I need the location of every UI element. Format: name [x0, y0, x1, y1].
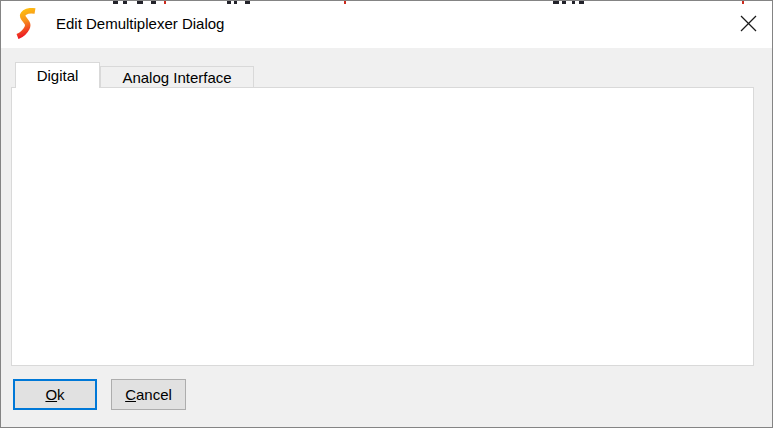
app-logo-icon — [13, 8, 39, 39]
digital-tab-page — [11, 87, 754, 366]
tab-analog-interface-label: Analog Interface — [122, 69, 231, 86]
close-icon — [740, 15, 757, 32]
cancel-button-label: Cancel — [125, 386, 172, 403]
ok-button[interactable]: Ok — [13, 379, 97, 410]
close-button[interactable] — [725, 1, 772, 46]
title-bar[interactable]: Edit Demultiplexer Dialog — [1, 1, 772, 48]
tab-analog-interface[interactable]: Analog Interface — [100, 66, 254, 88]
edit-demultiplexer-dialog: Edit Demultiplexer Dialog Digital Analog… — [0, 0, 773, 428]
tab-digital[interactable]: Digital — [15, 62, 100, 88]
tab-digital-label: Digital — [37, 67, 79, 84]
ok-button-label: Ok — [45, 386, 64, 403]
cancel-button[interactable]: Cancel — [111, 379, 186, 410]
dialog-title: Edit Demultiplexer Dialog — [56, 1, 224, 47]
